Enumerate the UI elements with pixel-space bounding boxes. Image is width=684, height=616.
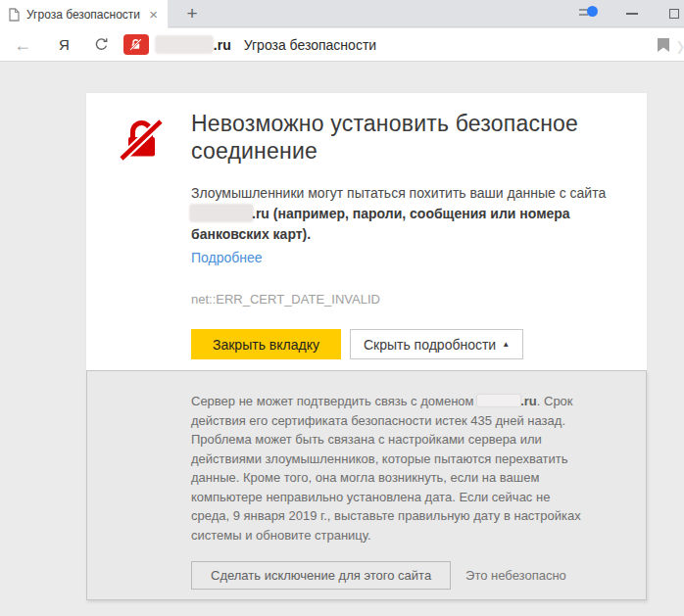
blurred-domain [191, 206, 252, 220]
tab-title: Угроза безопасности [26, 8, 147, 22]
close-tab-button[interactable]: Закрыть вкладку [191, 329, 341, 359]
warning-domain-suffix: .ru [252, 206, 269, 221]
crossed-lock-icon [129, 38, 142, 51]
address-page-title: Угроза безопасности [244, 37, 376, 53]
error-code: net::ERR_CERT_DATE_INVALID [191, 292, 632, 307]
bookmark-icon[interactable] [658, 38, 669, 52]
address-bar[interactable]: ← Я .ru Угроза безопасности › [0, 28, 684, 62]
broken-lock-icon [119, 117, 165, 166]
new-tab-button[interactable]: + [180, 1, 204, 26]
error-title: Невозможно установить безопасное соедине… [191, 110, 632, 165]
refresh-icon[interactable] [94, 37, 109, 52]
insecure-site-badge[interactable] [123, 34, 149, 55]
details-text: Сервер не может подтвердить связь с доме… [191, 392, 581, 545]
tab-bar: Угроза безопасности × + [0, 0, 684, 27]
page-doc-icon [9, 8, 20, 22]
browser-menu-icon[interactable] [579, 6, 603, 22]
warning-card: Невозможно установить безопасное соедине… [86, 93, 647, 370]
notification-dot [587, 6, 598, 17]
collapse-arrow-icon: ▲ [502, 340, 510, 349]
back-icon[interactable]: ← [14, 36, 31, 54]
window-maximize-button[interactable] [669, 9, 679, 19]
more-details-link[interactable]: Подробнее [191, 250, 263, 265]
error-page: Невозможно установить безопасное соедине… [0, 62, 684, 616]
tab-close-icon[interactable]: × [147, 7, 160, 22]
unsafe-label: Это небезопасно [465, 568, 566, 583]
addressbar-end-chevron-icon: › [677, 28, 684, 61]
tab-security-threat[interactable]: Угроза безопасности × [0, 0, 169, 28]
window-minimize-button[interactable] [626, 13, 638, 15]
window-controls [579, 0, 684, 27]
blurred-domain [157, 37, 212, 52]
hide-details-button[interactable]: Скрыть подробности ▲ [350, 329, 523, 359]
details-panel: Сервер не может подтвердить связь с доме… [86, 370, 647, 600]
blurred-domain [477, 395, 520, 406]
details-domain-suffix: .ru [520, 394, 537, 408]
yandex-logo-icon[interactable]: Я [59, 36, 70, 53]
address-domain-suffix: .ru [214, 37, 231, 53]
make-exception-button[interactable]: Сделать исключение для этого сайта [191, 561, 451, 590]
warning-text: Злоумышленники могут пытаться похитить в… [191, 183, 632, 245]
